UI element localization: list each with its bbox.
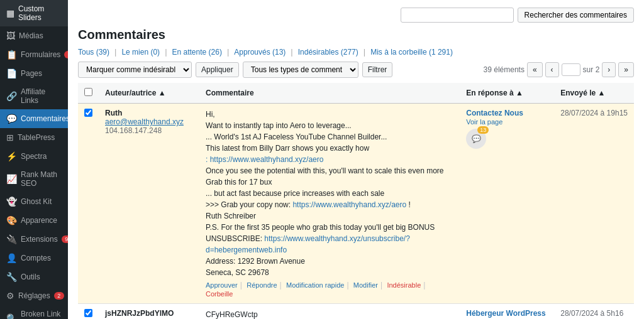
search-input[interactable] [401, 8, 514, 23]
row-checkbox[interactable] [84, 309, 92, 317]
comment-link-3[interactable]: https://www.wealthyhand.xyz/unsubscribe/… [206, 234, 410, 254]
page-total: sur 2 [583, 65, 600, 74]
sidebar-item-commentaires[interactable]: 💬Commentaires26 [0, 109, 68, 128]
trash-action[interactable]: Corbeille [206, 290, 233, 298]
sidebar-item-apparence[interactable]: 🎨Apparence [0, 211, 68, 230]
sidebar-item-custom-sliders[interactable]: ▦Custom Sliders [0, 0, 68, 26]
search-row: Rechercher des commentaires [78, 8, 634, 23]
author-name: jsHZNRJzPbdYlMO [105, 309, 174, 318]
table-row: jsHZNRJzPbdYlMO ryMLcWvplEgqV harvbik39@… [78, 304, 634, 320]
sidebar-item-label: Apparence [21, 216, 62, 225]
filter-separator: | [364, 47, 365, 57]
reply-column-header[interactable]: En réponse à ▲ [460, 83, 554, 104]
prev-page-button[interactable]: ‹ [545, 62, 559, 77]
author-email[interactable]: aero@wealthyhand.xyz [105, 117, 184, 126]
reply-action[interactable]: Répondre [247, 281, 277, 289]
sidebar-item-rank-math-seo[interactable]: 📈Rank Math SEO [0, 166, 68, 192]
sidebar-badge: 1 [64, 51, 68, 58]
sidebar-item-broken-link[interactable]: 🔍Broken Link Checker [0, 305, 68, 319]
sidebar-item-label: Comptes [21, 254, 62, 262]
reply-cell: Hébergeur WordPress Voir l'article 💬 6 [460, 304, 554, 320]
comment-link[interactable]: : https://www.wealthyhand.xyz/aero [206, 155, 323, 164]
content-area: Rechercher des commentaires Commentaires… [68, 0, 644, 319]
tablepress-icon: ⊞ [6, 132, 14, 143]
sidebar-item-extensions[interactable]: 🔌Extensions9 [0, 230, 68, 249]
sidebar-item-ghost-kit[interactable]: 👻Ghost Kit [0, 192, 68, 211]
last-page-button[interactable]: » [618, 62, 634, 77]
select-all-checkbox[interactable] [84, 88, 92, 96]
sidebar-item-label: Commentaires [21, 114, 68, 123]
extensions-icon: 🔌 [6, 234, 17, 244]
date-cell: 28/07/2024 à 5h16 [554, 304, 634, 320]
row-checkbox[interactable] [84, 109, 92, 117]
filter-button[interactable]: Filtrer [362, 62, 393, 77]
author-name: Ruth [105, 109, 122, 117]
rank-math-seo-icon: 📈 [6, 174, 17, 184]
filter-link-corbeille[interactable]: Mis à la corbeille (1 291) [370, 48, 453, 57]
filter-link-lemien[interactable]: Le mien (0) [121, 48, 160, 57]
comment-icon[interactable]: 💬 13 [466, 129, 486, 149]
sidebar-item-label: Pages [21, 69, 62, 78]
reply-cell: Contactez Nous Voir la page 💬 13 [460, 104, 554, 304]
sidebar-item-reglages[interactable]: ⚙Réglages2 [0, 286, 68, 305]
quick-edit-action[interactable]: Modification rapide [286, 281, 344, 289]
spectra-icon: ⚡ [6, 151, 17, 161]
sidebar-item-spectra[interactable]: ⚡Spectra [0, 147, 68, 166]
comment-link-2[interactable]: https://www.wealthyhand.xyz/aero [292, 200, 406, 209]
total-count: 39 éléments [484, 65, 525, 74]
sidebar-item-formulaires[interactable]: 📋Formulaires1 [0, 45, 68, 64]
sidebar-item-medias[interactable]: 🖼Médias [0, 26, 68, 45]
date-column-header[interactable]: Envoyé le ▲ [554, 83, 634, 104]
apparence-icon: 🎨 [6, 215, 17, 225]
reply-to-link[interactable]: Hébergeur WordPress [466, 309, 546, 318]
commentaires-icon: 💬 [6, 114, 17, 124]
search-button[interactable]: Rechercher des commentaires [518, 8, 634, 23]
bulk-action-select[interactable]: Marquer comme indésirabl [78, 62, 192, 78]
page-number-input[interactable]: 1 [562, 63, 580, 76]
comment-text: Hi, Want to instantly tap into Aero to l… [206, 109, 453, 278]
sidebar-badge: 2 [54, 292, 64, 300]
filter-link-attente[interactable]: En attente (26) [172, 48, 222, 57]
comment-text: CFyHReGWctp [206, 309, 453, 319]
comment-count-badge: 13 [477, 126, 489, 134]
sidebar-item-label: Médias [19, 31, 62, 40]
comment-cell: CFyHReGWctp [199, 304, 460, 320]
next-page-button[interactable]: › [602, 62, 616, 77]
sidebar-item-label: Formulaires [21, 50, 60, 59]
filter-separator: | [291, 47, 292, 57]
reply-to-link[interactable]: Contactez Nous [466, 109, 523, 117]
sidebar: ▦Custom Sliders🖼Médias📋Formulaires1📄Page… [0, 0, 68, 319]
first-page-button[interactable]: « [527, 62, 543, 77]
comment-column-header: Commentaire [199, 83, 460, 104]
broken-link-icon: 🔍 [6, 313, 17, 319]
filter-link-approuves[interactable]: Approuvés (13) [234, 48, 286, 57]
author-cell: jsHZNRJzPbdYlMO ryMLcWvplEgqV harvbik39@… [99, 304, 199, 320]
author-column-header[interactable]: Auteur/autrice ▲ [99, 83, 199, 104]
comments-table: Auteur/autrice ▲ Commentaire En réponse … [78, 83, 634, 319]
sidebar-item-pages[interactable]: 📄Pages [0, 64, 68, 83]
sidebar-item-label: Broken Link Checker [21, 310, 62, 319]
sidebar-item-label: TablePress [18, 133, 62, 142]
outils-icon: 🔧 [6, 272, 17, 282]
filter-link-indesirables[interactable]: Indésirables (277) [298, 48, 358, 57]
filter-link-tous[interactable]: Tous (39) [78, 48, 109, 57]
sidebar-item-tablepress[interactable]: ⊞TablePress [0, 128, 68, 147]
pages-icon: 📄 [6, 68, 17, 78]
spam-action[interactable]: Indésirable [387, 281, 421, 289]
actions-row: Marquer comme indésirabl Appliquer Tous … [78, 62, 634, 78]
table-row: Ruth aero@wealthyhand.xyz 104.168.147.24… [78, 104, 634, 304]
type-filter-select[interactable]: Tous les types de comment [243, 62, 358, 78]
sidebar-item-comptes[interactable]: 👤Comptes [0, 249, 68, 268]
reply-to-page[interactable]: Voir la page [466, 118, 502, 126]
comptes-icon: 👤 [6, 253, 17, 263]
sidebar-item-affiliate-links[interactable]: 🔗Affiliate Links [0, 83, 68, 109]
sidebar-item-outils[interactable]: 🔧Outils [0, 268, 68, 286]
apply-button[interactable]: Appliquer [196, 62, 239, 77]
author-ip: 104.168.147.248 [105, 126, 162, 135]
sidebar-item-label: Extensions [21, 235, 58, 244]
edit-action[interactable]: Modifier [353, 281, 378, 289]
comment-actions: Approuver| Répondre| Modification rapide… [206, 281, 453, 298]
filter-separator: | [114, 47, 116, 57]
sidebar-item-label: Réglages [18, 291, 50, 300]
approve-action[interactable]: Approuver [206, 281, 238, 289]
